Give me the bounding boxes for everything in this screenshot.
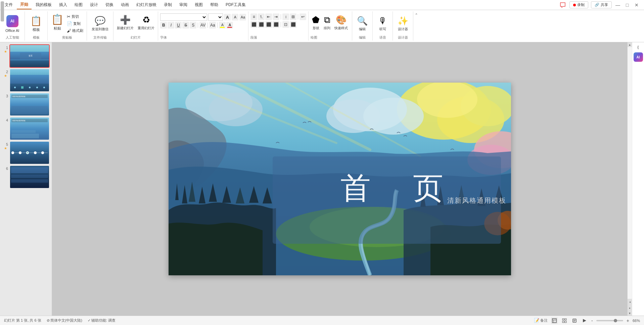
search-edit-button[interactable]: 🔍 编辑 (354, 14, 370, 34)
bold-button[interactable]: B (160, 22, 167, 29)
right-to-left-button[interactable]: ↩ (300, 13, 306, 20)
prev-slide-button[interactable]: ◂ (628, 299, 632, 305)
new-slide-button[interactable]: ➕ 新建幻灯片 (116, 13, 135, 32)
slide-item-1[interactable]: 1 ★ 首页 (3, 45, 49, 67)
quick-style-button[interactable]: 🎨 快速样式 (333, 13, 349, 32)
underline-button[interactable]: U (175, 22, 182, 29)
record-button[interactable]: 录制 (569, 1, 588, 8)
clear-format-button[interactable]: Aa (239, 14, 246, 20)
slide-item-6[interactable]: 6 (3, 166, 49, 188)
numbered-list-button[interactable]: ⒈ (258, 13, 265, 20)
menu-my-template[interactable]: 我的模板 (32, 1, 55, 9)
change-case-button[interactable]: Aa (209, 22, 216, 29)
zoom-slider-track[interactable] (596, 320, 623, 321)
menu-insert[interactable]: 插入 (56, 1, 71, 9)
bullet-list-button[interactable]: ≡ (250, 13, 257, 20)
slide-thumb-5[interactable] (10, 142, 49, 164)
menu-home[interactable]: 开始 (17, 0, 32, 9)
char-spacing-button[interactable]: AV (199, 22, 206, 29)
menu-animation[interactable]: 动画 (118, 1, 132, 9)
font-increase-button[interactable]: A (224, 14, 231, 20)
menu-bar: 文件 开始 我的模板 插入 绘图 设计 切换 动画 幻灯片放映 录制 审阅 视图… (0, 0, 644, 10)
window-close-button[interactable]: ✕ (633, 2, 640, 8)
view-slide-sorter-button[interactable] (561, 317, 568, 324)
convert-to-smartart-button[interactable]: ⬛ (290, 21, 296, 28)
align-center-button[interactable]: ⬛ (258, 21, 265, 28)
zoom-slider-thumb[interactable] (614, 319, 617, 322)
line-spacing-button[interactable]: ↕ (282, 13, 289, 20)
sidebar-collapse-button[interactable]: ⟪ (637, 45, 639, 50)
format-paint-button[interactable]: 🖌 格式刷 (65, 28, 85, 34)
microphone-icon: 🎙 (378, 16, 387, 26)
col-button[interactable]: ⊞ (290, 13, 296, 20)
highlight-color-button[interactable]: A (219, 22, 226, 29)
slide-item-4[interactable]: 4 清新风格通用模板 (3, 118, 49, 140)
comment-icon[interactable] (559, 1, 567, 9)
shape-button[interactable]: ⬟ 形状 (311, 13, 321, 32)
listen-button[interactable]: 🎙 听写 (376, 14, 390, 34)
view-normal-button[interactable] (551, 317, 558, 324)
lang-indicator[interactable]: ⊘ 简体中文(中国大陆) (47, 318, 82, 323)
ai-sidebar: ⟪ AI (632, 42, 644, 316)
cut-button[interactable]: ✂ 剪切 (65, 13, 85, 20)
designer-button[interactable]: ✨ 设计器 (395, 14, 411, 34)
menu-record[interactable]: 录制 (160, 1, 175, 9)
indent-more-button[interactable]: ⇥ (273, 13, 279, 20)
reuse-slide-button[interactable]: ♻ 重用幻灯片 (136, 13, 156, 32)
menu-help[interactable]: 帮助 (207, 1, 222, 9)
italic-button[interactable]: I (168, 22, 174, 29)
slide-item-3[interactable]: 3 清新风格通用模板 (3, 93, 49, 115)
zoom-plus-button[interactable]: + (627, 318, 629, 323)
collapse-ribbon-button[interactable]: ⌃ (413, 11, 419, 41)
font-decrease-button[interactable]: A (232, 14, 238, 20)
window-minimize-button[interactable]: — (614, 2, 621, 8)
accessibility-status[interactable]: ✓ 辅助功能: 调查 (88, 318, 116, 323)
menu-view[interactable]: 视图 (191, 1, 206, 9)
next-slide-button[interactable]: ▸ (628, 305, 632, 311)
strikethrough-button[interactable]: S (182, 22, 189, 29)
zoom-level[interactable]: 66% (633, 319, 640, 323)
share-button[interactable]: 🔗 共享 (591, 1, 612, 8)
scroll-up-button[interactable]: ▲ (628, 42, 632, 47)
scroll-down-button[interactable]: ▼ (628, 311, 632, 316)
slide-thumb-2[interactable] (10, 69, 49, 91)
slide-number-5: 5 (3, 142, 8, 146)
font-size-select[interactable] (208, 13, 223, 21)
smart-art-button[interactable]: ⊡ (282, 21, 289, 28)
align-left-button[interactable]: ⬛ (250, 21, 257, 28)
slide-canvas[interactable]: 首 页 清新风格通用模板 (169, 83, 511, 275)
indent-less-button[interactable]: ⇤ (265, 13, 272, 20)
slide-thumb-4[interactable]: 清新风格通用模板 (10, 118, 49, 140)
view-reading-button[interactable] (571, 317, 578, 324)
menu-draw[interactable]: 绘图 (71, 1, 86, 9)
ai-sidebar-icon[interactable]: AI (634, 52, 643, 62)
notes-button[interactable]: 📝 备注 (534, 318, 548, 323)
shadow-button[interactable]: S (190, 22, 196, 29)
menu-design[interactable]: 设计 (87, 1, 101, 9)
align-right-button[interactable]: ⬛ (265, 21, 272, 28)
slide-thumb-6[interactable] (10, 166, 49, 188)
send-to-wechat-button[interactable]: 💬 发送到微信 (89, 14, 111, 34)
menu-pdf[interactable]: PDF工具集 (222, 1, 249, 9)
svg-text:首　页: 首 页 (340, 172, 449, 205)
view-slideshow-button[interactable] (581, 317, 588, 324)
font-name-select[interactable] (160, 13, 207, 21)
zoom-minus-button[interactable]: - (591, 318, 593, 323)
scissors-icon: ✂ (67, 14, 71, 19)
justify-button[interactable]: ⬛ (273, 21, 279, 28)
slide-thumb-1[interactable]: 首页 (10, 45, 49, 67)
copy-button[interactable]: 📄 复制 (65, 20, 85, 27)
slide-item-5[interactable]: 5 ★ (3, 142, 49, 164)
arrange-button[interactable]: ⧉ 排列 (322, 13, 332, 32)
paste-button[interactable]: 📋 粘贴 (50, 12, 65, 32)
menu-transition[interactable]: 切换 (102, 1, 117, 9)
template-button[interactable]: 📋 模板 (28, 14, 45, 34)
office-ai-button[interactable]: AI Office AI (3, 14, 22, 34)
slide-thumb-3[interactable]: 清新风格通用模板 (10, 93, 49, 115)
svg-rect-26 (565, 319, 566, 320)
menu-review[interactable]: 审阅 (176, 1, 191, 9)
slide-item-2[interactable]: 2 ★ (3, 69, 49, 91)
menu-slideshow[interactable]: 幻灯片放映 (133, 1, 160, 9)
window-maximize-button[interactable]: □ (624, 2, 631, 8)
font-color-button[interactable]: A (226, 22, 233, 29)
